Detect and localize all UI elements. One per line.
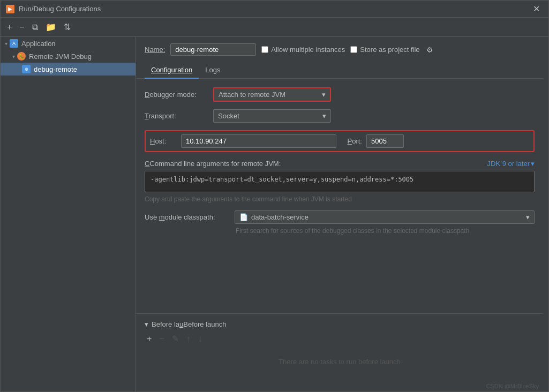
tabs-bar: Configuration Logs xyxy=(136,62,543,79)
before-launch-arrow: ▾ xyxy=(145,320,148,328)
cmd-hint: Copy and paste the arguments to the comm… xyxy=(145,195,535,203)
scrollbar[interactable] xyxy=(543,37,548,391)
port-input[interactable] xyxy=(366,134,404,148)
module-select[interactable]: 📄 data-batch-service ▾ xyxy=(235,210,535,224)
tab-configuration-label: Configuration xyxy=(151,66,192,74)
transport-value: Socket xyxy=(218,112,239,120)
app-icon: ▶ xyxy=(6,5,14,13)
window-title: Run/Debug Configurations xyxy=(19,5,530,13)
sidebar: ▾ A Application ▾ 🐛 Remote JVM Debug ⚙ d… xyxy=(1,37,136,391)
application-icon: A xyxy=(10,39,18,48)
folder-button[interactable]: 📁 xyxy=(43,21,58,33)
host-input[interactable] xyxy=(181,134,336,148)
gear-button[interactable]: ⚙ xyxy=(425,44,434,55)
module-hint: First search for sources of the debugged… xyxy=(236,227,535,235)
cmd-label-text: CCommand line arguments for remote JVM: xyxy=(145,160,281,168)
remote-jvm-icon: 🐛 xyxy=(17,52,26,61)
jdk-link[interactable]: JDK 9 or later ▾ xyxy=(487,160,535,168)
main-window: ▶ Run/Debug Configurations ✕ + − ⧉ 📁 ⇅ ▾… xyxy=(0,0,549,392)
debugger-mode-label: Debugger mode: xyxy=(145,91,209,99)
before-launch-toolbar: + − ✎ ↑ ↓ xyxy=(145,333,535,345)
tab-logs[interactable]: Logs xyxy=(199,62,227,79)
module-icon: 📄 xyxy=(239,213,248,221)
transport-arrow: ▾ xyxy=(322,112,326,120)
close-button[interactable]: ✕ xyxy=(530,3,543,15)
application-arrow: ▾ xyxy=(5,41,7,47)
sidebar-item-remote-jvm-label: Remote JVM Debug xyxy=(29,52,92,61)
config-name-input[interactable] xyxy=(170,43,256,56)
debugger-mode-value: Attach to remote JVM xyxy=(219,91,285,99)
host-port-row: Host: Port: xyxy=(145,130,535,152)
name-label: Name: xyxy=(145,46,165,54)
add-config-button[interactable]: + xyxy=(5,21,14,33)
module-label: Use module classpath: xyxy=(145,213,230,221)
tab-logs-label: Logs xyxy=(205,66,220,74)
debug-remote-icon: ⚙ xyxy=(22,65,31,73)
before-launch-section: ▾ Before lauBefore launch + − ✎ ↑ ↓ Ther… xyxy=(136,313,543,381)
cmd-value: -agentlib:jdwp=transport=dt_socket,serve… xyxy=(151,176,413,183)
content-panel: Name: Allow multiple instances Store as … xyxy=(136,37,543,391)
content-area: Name: Allow multiple instances Store as … xyxy=(136,37,548,391)
sidebar-item-remote-jvm[interactable]: ▾ 🐛 Remote JVM Debug xyxy=(1,50,136,63)
form-area: Debugger mode: Attach to remote JVM ▾ Tr… xyxy=(136,79,543,313)
before-launch-title: Before lauBefore launch xyxy=(152,320,227,328)
watermark: CSDN @MrBlueSky xyxy=(136,381,543,391)
config-header: Name: Allow multiple instances Store as … xyxy=(136,37,543,62)
toolbar: + − ⧉ 📁 ⇅ xyxy=(1,18,548,37)
bl-up-button[interactable]: ↑ xyxy=(184,333,193,345)
bl-add-button[interactable]: + xyxy=(145,333,154,345)
bl-remove-button[interactable]: − xyxy=(157,333,166,345)
allow-multiple-checkbox[interactable] xyxy=(261,46,268,53)
allow-multiple-label: Allow multiple instances xyxy=(271,46,345,54)
jdk-label: JDK 9 or later xyxy=(487,160,530,168)
sidebar-item-debug-remote[interactable]: ⚙ debug-remote xyxy=(1,63,136,76)
transport-label: Transport: xyxy=(145,112,209,120)
cmd-box: -agentlib:jdwp=transport=dt_socket,serve… xyxy=(145,171,535,192)
tab-configuration[interactable]: Configuration xyxy=(145,62,199,79)
cmd-section: CCommand line arguments for remote JVM: … xyxy=(145,160,535,203)
sidebar-item-application[interactable]: ▾ A Application xyxy=(1,37,136,50)
module-select-arrow: ▾ xyxy=(526,213,530,221)
sort-button[interactable]: ⇅ xyxy=(62,21,73,33)
transport-row: Transport: Socket ▾ xyxy=(145,109,535,123)
no-tasks-text: There are no tasks to run before launch xyxy=(145,349,535,374)
debugger-mode-row: Debugger mode: Attach to remote JVM ▾ xyxy=(145,87,535,102)
store-project-checkbox[interactable] xyxy=(350,46,357,53)
module-row: Use module classpath: 📄 data-batch-servi… xyxy=(145,210,535,224)
copy-config-button[interactable]: ⧉ xyxy=(30,21,40,33)
main-area: ▾ A Application ▾ 🐛 Remote JVM Debug ⚙ d… xyxy=(1,37,548,391)
cmd-label-row: CCommand line arguments for remote JVM: … xyxy=(145,160,535,168)
bl-down-button[interactable]: ↓ xyxy=(196,333,205,345)
bl-edit-button[interactable]: ✎ xyxy=(170,333,181,345)
module-value: data-batch-service xyxy=(251,213,309,221)
title-bar: ▶ Run/Debug Configurations ✕ xyxy=(1,1,548,18)
transport-select[interactable]: Socket ▾ xyxy=(213,109,331,123)
debugger-mode-label-rest: ebugger mode: xyxy=(149,91,196,99)
sidebar-item-application-label: Application xyxy=(21,40,56,48)
host-label: Host: xyxy=(150,137,177,145)
debugger-mode-arrow: ▾ xyxy=(322,91,326,99)
jdk-arrow: ▾ xyxy=(531,160,535,168)
debugger-mode-select[interactable]: Attach to remote JVM ▾ xyxy=(213,87,331,102)
remove-config-button[interactable]: − xyxy=(17,21,26,33)
allow-multiple-group: Allow multiple instances xyxy=(261,46,345,54)
sidebar-item-debug-remote-label: debug-remote xyxy=(34,65,77,73)
remote-jvm-arrow: ▾ xyxy=(12,54,15,59)
port-label: Port: xyxy=(341,137,362,145)
before-launch-header: ▾ Before lauBefore launch xyxy=(145,320,535,328)
store-project-label: Store as project file xyxy=(360,46,419,54)
store-project-group: Store as project file xyxy=(350,46,419,54)
